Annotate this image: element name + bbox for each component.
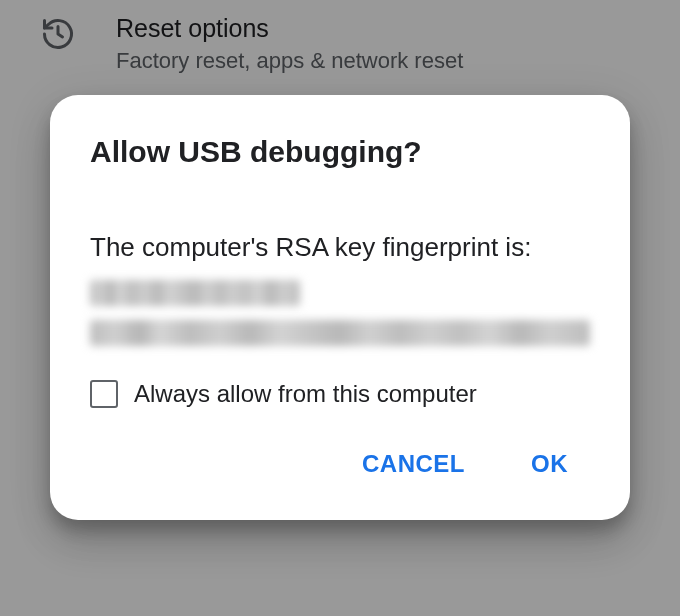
dialog-actions: CANCEL OK (90, 442, 590, 500)
ok-button[interactable]: OK (527, 442, 572, 486)
cancel-button[interactable]: CANCEL (358, 442, 469, 486)
dialog-title: Allow USB debugging? (90, 135, 590, 169)
always-allow-label: Always allow from this computer (134, 380, 477, 408)
always-allow-row[interactable]: Always allow from this computer (90, 380, 590, 408)
redacted-line (90, 280, 300, 306)
dialog-body-text: The computer's RSA key fingerprint is: (90, 229, 590, 265)
always-allow-checkbox[interactable] (90, 380, 118, 408)
usb-debugging-dialog: Allow USB debugging? The computer's RSA … (50, 95, 630, 520)
redacted-line (90, 320, 590, 346)
rsa-fingerprint-redacted (90, 280, 590, 356)
